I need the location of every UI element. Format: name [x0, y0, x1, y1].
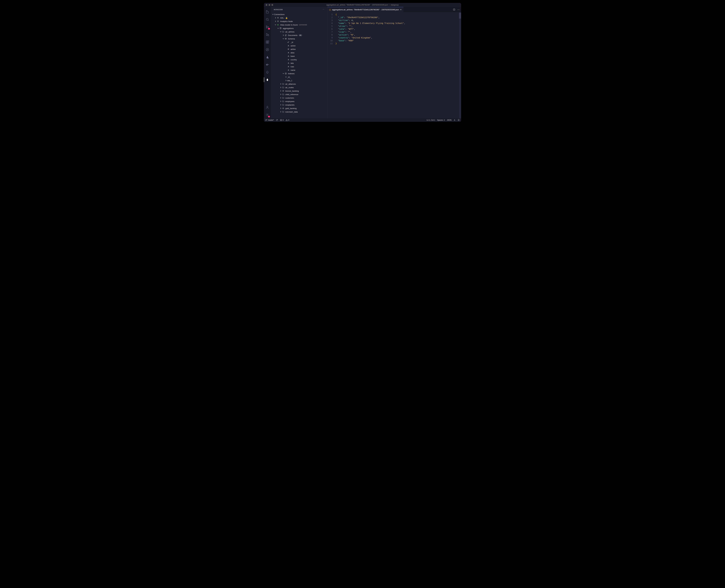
- chevron-icon[interactable]: [280, 94, 282, 95]
- tab-bar: { } aggregations.air_airlines: "56e9b497…: [327, 7, 461, 12]
- field-airline[interactable]: airline: [271, 47, 327, 51]
- problems-errors[interactable]: 0: [280, 119, 284, 121]
- notifications-icon[interactable]: [457, 119, 460, 121]
- coll-customers[interactable]: customers: [271, 96, 327, 100]
- chevron-icon[interactable]: [280, 104, 282, 106]
- chevron-icon[interactable]: [285, 76, 287, 78]
- tree-icon[interactable]: [264, 69, 271, 76]
- chevron-icon[interactable]: [274, 21, 277, 22]
- chevron-icon[interactable]: [274, 17, 277, 19]
- field-active[interactable]: Aactive: [271, 44, 327, 47]
- code-content[interactable]: { "_id": "56e9b497732b6122f8790280", "ai…: [335, 12, 459, 118]
- coll-exoplanets[interactable]: exoplanets: [271, 103, 327, 107]
- git-branch[interactable]: master*: [265, 119, 274, 121]
- source-control-icon[interactable]: 1: [264, 23, 271, 30]
- coll-child_reference[interactable]: child_reference: [271, 93, 327, 96]
- documents-node[interactable]: Documents6K: [271, 34, 327, 37]
- svg-point-3: [268, 27, 269, 27]
- grid-icon: [284, 38, 287, 40]
- index-icon: [284, 72, 287, 75]
- split-editor-icon[interactable]: [453, 8, 455, 11]
- svg-rect-10: [266, 64, 266, 65]
- key-icon: [287, 41, 290, 43]
- run-debug-icon[interactable]: [264, 31, 271, 38]
- close-dot[interactable]: [265, 4, 268, 6]
- svg-point-16: [267, 114, 268, 115]
- tab-json-document[interactable]: { } aggregations.air_airlines: "56e9b497…: [327, 7, 403, 12]
- field-alias[interactable]: Aalias: [271, 51, 327, 55]
- minimize-dot[interactable]: [269, 4, 270, 6]
- chevron-icon[interactable]: [272, 14, 274, 15]
- stack-icon: [284, 34, 287, 36]
- tree-label: Indexes: [288, 72, 295, 75]
- tree-label: Atlas cluster in Azure: [280, 24, 298, 26]
- A-icon: A: [287, 55, 290, 57]
- field-name[interactable]: Aname: [271, 68, 327, 72]
- chevron-icon[interactable]: [277, 27, 279, 29]
- coll-air-airlines[interactable]: air_airlines: [271, 30, 327, 34]
- docker-icon[interactable]: [264, 61, 271, 68]
- chevron-icon[interactable]: [280, 101, 282, 102]
- db-aggregations[interactable]: aggregations: [271, 26, 327, 30]
- mongodb-icon[interactable]: [264, 76, 271, 83]
- search-icon[interactable]: [264, 16, 271, 23]
- connection-atlas[interactable]: Atlas cluster in Azureconnected: [271, 23, 327, 26]
- chevron-icon[interactable]: [280, 87, 282, 88]
- zoom-dot[interactable]: [272, 4, 273, 6]
- field-base[interactable]: Abase: [271, 55, 327, 58]
- indexes-node[interactable]: Indexes: [271, 72, 327, 75]
- chevron-icon[interactable]: [280, 90, 282, 92]
- cursor-position[interactable]: Ln 1, Col 1: [427, 119, 435, 121]
- chevron-icon[interactable]: [280, 97, 282, 99]
- indentation[interactable]: Spaces: 2: [437, 119, 445, 121]
- index-iata_1[interactable]: iata_1: [271, 79, 327, 82]
- field-_id[interactable]: _id: [271, 40, 327, 44]
- chevron-icon[interactable]: [282, 35, 284, 36]
- connection-analytics-node[interactable]: Analytics Node: [271, 20, 327, 23]
- coll-icecream_data[interactable]: icecream_data: [271, 110, 327, 113]
- coll-air_routes[interactable]: air_routes: [271, 86, 327, 89]
- sidebar-more-icon[interactable]: ⋯: [323, 8, 324, 10]
- close-tab-icon[interactable]: ✕: [400, 8, 402, 11]
- extensions-icon[interactable]: [264, 39, 271, 45]
- language-mode[interactable]: JSON: [447, 119, 451, 121]
- coll-employees[interactable]: employees: [271, 100, 327, 103]
- tree-label: child_reference: [285, 93, 298, 96]
- schema-node[interactable]: Schema: [271, 37, 327, 40]
- chevron-icon[interactable]: [280, 108, 282, 109]
- chevron-icon[interactable]: [285, 80, 287, 81]
- field-iata[interactable]: Aiata: [271, 61, 327, 65]
- field-country[interactable]: Acountry: [271, 58, 327, 61]
- field-icao[interactable]: Aicao: [271, 65, 327, 68]
- tab-more-icon[interactable]: ⋯: [457, 8, 460, 11]
- coll-bronze_banking[interactable]: bronze_banking: [271, 89, 327, 93]
- coll-air_alliances[interactable]: air_alliances: [271, 82, 327, 86]
- settings-icon[interactable]: 1: [264, 111, 271, 118]
- compass-icon[interactable]: [264, 46, 271, 53]
- index-_id_[interactable]: _id_: [271, 75, 327, 79]
- json-file-icon: { }: [329, 8, 331, 11]
- azure-icon[interactable]: [264, 54, 271, 61]
- sidebar-header: MONGODB ⋯: [271, 7, 327, 12]
- explorer-icon[interactable]: [264, 8, 271, 15]
- chevron-icon[interactable]: [280, 83, 282, 85]
- leaf-icon: [277, 24, 279, 26]
- connection-adl-[interactable]: ADL - 🔒: [271, 16, 327, 20]
- editor[interactable]: 1234567891011 { "_id": "56e9b497732b6122…: [327, 12, 461, 118]
- tree-label: airline: [291, 48, 296, 50]
- tab-label: aggregations.air_airlines: "56e9b497732b…: [332, 8, 399, 11]
- chevron-icon[interactable]: [274, 24, 277, 25]
- chevron-icon[interactable]: [280, 111, 282, 112]
- problems-warnings[interactable]: 0: [286, 119, 289, 121]
- minimap[interactable]: [459, 12, 461, 118]
- svg-point-29: [454, 120, 455, 120]
- accounts-icon[interactable]: [264, 104, 271, 111]
- tree-label: Schema: [288, 38, 295, 40]
- chevron-icon[interactable]: [282, 73, 284, 74]
- coll-gold_banking[interactable]: gold_banking: [271, 107, 327, 110]
- connections-section[interactable]: Connections: [271, 13, 327, 16]
- chevron-icon[interactable]: [280, 31, 282, 33]
- sync-button[interactable]: [276, 119, 278, 121]
- chevron-icon[interactable]: [282, 38, 284, 39]
- feedback-icon[interactable]: [453, 119, 455, 121]
